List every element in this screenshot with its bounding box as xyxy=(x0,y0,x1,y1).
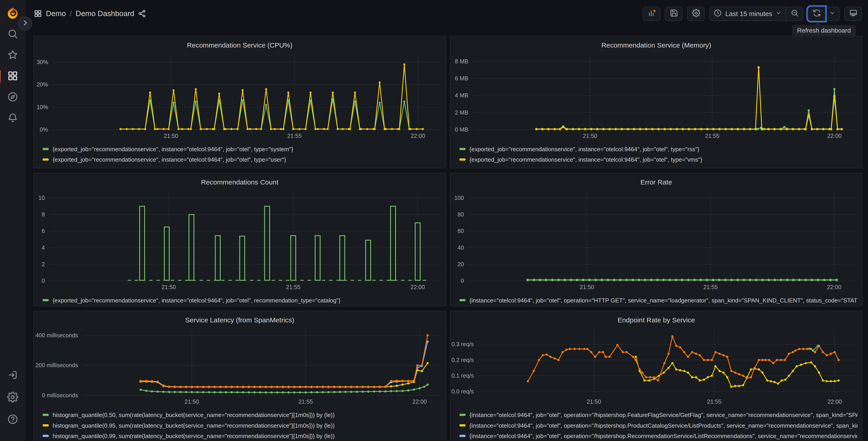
svg-text:4 MB: 4 MB xyxy=(455,92,468,98)
recommendations-count-chart[interactable]: 024681021:5021:5522:00 xyxy=(34,188,445,293)
svg-text:22:00: 22:00 xyxy=(410,284,425,290)
chart-canvas[interactable]: 02040608010021:5021:5522:00 xyxy=(451,188,862,293)
gear-icon xyxy=(692,9,700,19)
sidebar-item-starred[interactable] xyxy=(3,50,23,61)
grafana-dashboard: Demo / Demo Dashboard Last 15 minutes xyxy=(0,0,868,441)
panel-title[interactable]: Recommendations Count xyxy=(34,177,445,188)
refresh-group xyxy=(808,6,840,21)
svg-text:21:50: 21:50 xyxy=(587,399,601,405)
legend-item[interactable]: {exported_job="recommendationservice", i… xyxy=(42,154,441,164)
sidebar-item-search[interactable] xyxy=(3,29,23,40)
panel-title[interactable]: Recommendation Service (Memory) xyxy=(451,40,862,51)
zoom-out-time-button[interactable] xyxy=(785,6,803,21)
svg-text:0.3 req/s: 0.3 req/s xyxy=(452,341,474,347)
sidebar-item-explore[interactable] xyxy=(3,92,23,104)
grafana-logo-icon[interactable] xyxy=(5,6,20,21)
svg-text:0%: 0% xyxy=(40,126,48,133)
legend-label: {exported_job="recommendationservice", i… xyxy=(53,297,340,303)
refresh-interval-dropdown[interactable] xyxy=(825,6,840,21)
panel-title[interactable]: Endpoint Rate by Service xyxy=(451,315,862,326)
legend-item[interactable]: histogram_quantile(0.99, sum(rate(latenc… xyxy=(42,430,441,441)
legend-item[interactable]: histogram_quantile(0.50, sum(rate(latenc… xyxy=(42,409,441,420)
legend-label: histogram_quantile(0.95, sum(rate(latenc… xyxy=(53,422,335,428)
svg-text:21:50: 21:50 xyxy=(185,399,199,405)
dashboard-settings-button[interactable] xyxy=(687,6,705,21)
legend-label: histogram_quantile(0.99, sum(rate(latenc… xyxy=(53,432,335,439)
breadcrumb-folder[interactable]: Demo xyxy=(46,9,66,18)
legend-label: {instance="otelcol:9464", job="otel", op… xyxy=(469,411,858,418)
add-panel-button[interactable] xyxy=(643,6,660,21)
legend-swatch xyxy=(460,148,466,150)
sidebar-item-server-admin[interactable] xyxy=(3,392,23,404)
svg-text:100: 100 xyxy=(454,195,464,201)
endpoint-rate-chart[interactable]: 0.0 req/s0.1 req/s0.2 req/s0.3 req/s21:5… xyxy=(451,326,862,408)
zoom-out-icon xyxy=(790,9,799,19)
svg-text:21:50: 21:50 xyxy=(164,133,178,139)
time-range-picker[interactable]: Last 15 minutes xyxy=(709,6,786,21)
time-range-label: Last 15 minutes xyxy=(725,10,772,18)
legend-label: {exported_job="recommendationservice", i… xyxy=(469,156,702,163)
legend-item[interactable]: {exported_job="recommendationservice", i… xyxy=(460,144,858,154)
svg-text:21:55: 21:55 xyxy=(287,133,302,139)
svg-text:400 milliseconds: 400 milliseconds xyxy=(35,332,78,339)
legend-label: {instance="otelcol:9464", job="otel", op… xyxy=(469,432,858,439)
sidebar-nav-top xyxy=(0,29,26,124)
legend-label: {instance="otelcol:9464", job="otel", op… xyxy=(469,422,858,428)
panel-service-latency: Service Latency (from SpanMetrics) 0 mil… xyxy=(33,311,446,441)
cpu-legend: {exported_job="recommendationservice", i… xyxy=(34,142,445,168)
panel-title[interactable]: Service Latency (from SpanMetrics) xyxy=(34,315,445,326)
sidebar-item-dashboards[interactable] xyxy=(3,71,23,82)
svg-text:22:00: 22:00 xyxy=(828,399,842,405)
panel-error-rate: Error Rate 02040608010021:5021:5522:00 {… xyxy=(450,173,863,306)
svg-text:4: 4 xyxy=(42,244,45,251)
help-icon xyxy=(7,414,18,426)
chart-canvas[interactable]: 0.0 req/s0.1 req/s0.2 req/s0.3 req/s21:5… xyxy=(451,326,862,408)
chart-canvas[interactable]: 024681021:5021:5522:00 xyxy=(34,188,445,293)
chevron-right-icon xyxy=(22,19,29,28)
legend-item[interactable]: {instance="otelcol:9464", job="otel", op… xyxy=(460,295,858,305)
legend-item[interactable]: histogram_quantile(0.95, sum(rate(latenc… xyxy=(42,420,441,430)
sign-in-icon xyxy=(7,370,18,382)
share-icon[interactable] xyxy=(138,9,146,18)
legend-item[interactable]: {exported_job="recommendationservice", i… xyxy=(460,154,858,164)
svg-text:0 milliseconds: 0 milliseconds xyxy=(42,392,78,399)
svg-text:8 MB: 8 MB xyxy=(455,58,468,64)
legend-item[interactable]: {instance="otelcol:9464", job="otel", op… xyxy=(460,420,858,430)
chart-canvas[interactable]: 0%10%20%30%21:5021:5522:00 xyxy=(34,51,445,142)
svg-text:22:00: 22:00 xyxy=(411,133,425,139)
svg-text:0.2 req/s: 0.2 req/s xyxy=(452,357,474,363)
svg-text:21:50: 21:50 xyxy=(580,284,594,290)
dashboards-grid-icon xyxy=(34,9,42,18)
tv-mode-button[interactable] xyxy=(844,6,862,21)
sidebar-item-alerting[interactable] xyxy=(3,113,23,124)
sidebar-item-help[interactable] xyxy=(3,414,23,426)
save-dashboard-button[interactable] xyxy=(665,6,683,21)
svg-text:80: 80 xyxy=(458,211,464,217)
breadcrumb-dashboard: Demo Dashboard xyxy=(75,9,134,18)
panel-title[interactable]: Error Rate xyxy=(451,177,862,188)
panel-endpoint-rate: Endpoint Rate by Service 0.0 req/s0.1 re… xyxy=(450,311,863,441)
legend-label: {exported_job="recommendationservice", i… xyxy=(53,145,293,152)
chart-canvas[interactable]: 0 milliseconds200 milliseconds400 millis… xyxy=(34,326,445,408)
sidebar-expand-button[interactable] xyxy=(18,17,32,30)
dashboard-grid: Recommendation Service (CPU%) 0%10%20%30… xyxy=(33,36,863,441)
cpu-chart[interactable]: 0%10%20%30%21:5021:5522:00 xyxy=(34,51,445,142)
breadcrumb: Demo / Demo Dashboard xyxy=(34,9,146,18)
save-icon xyxy=(670,9,678,19)
error-rate-chart[interactable]: 02040608010021:5021:5522:00 xyxy=(451,188,862,293)
legend-item[interactable]: {instance="otelcol:9464", job="otel", op… xyxy=(460,409,858,420)
dashboards-grid-icon xyxy=(7,70,18,83)
svg-text:21:55: 21:55 xyxy=(299,399,313,405)
legend-item[interactable]: {instance="otelcol:9464", job="otel", op… xyxy=(460,430,858,441)
compass-icon xyxy=(7,91,18,104)
memory-chart[interactable]: 0 MB2 MB4 MB6 MB8 MB21:5021:5522:00 xyxy=(451,51,862,142)
service-latency-chart[interactable]: 0 milliseconds200 milliseconds400 millis… xyxy=(34,326,445,408)
legend-swatch xyxy=(460,158,466,160)
sidebar-item-sign-in[interactable] xyxy=(3,370,23,381)
search-icon xyxy=(7,28,18,41)
panel-title[interactable]: Recommendation Service (CPU%) xyxy=(34,40,445,51)
chart-canvas[interactable]: 0 MB2 MB4 MB6 MB8 MB21:5021:5522:00 xyxy=(451,51,862,142)
legend-item[interactable]: {exported_job="recommendationservice", i… xyxy=(42,144,441,154)
legend-item[interactable]: {exported_job="recommendationservice", i… xyxy=(42,295,441,305)
legend-swatch xyxy=(42,424,49,426)
